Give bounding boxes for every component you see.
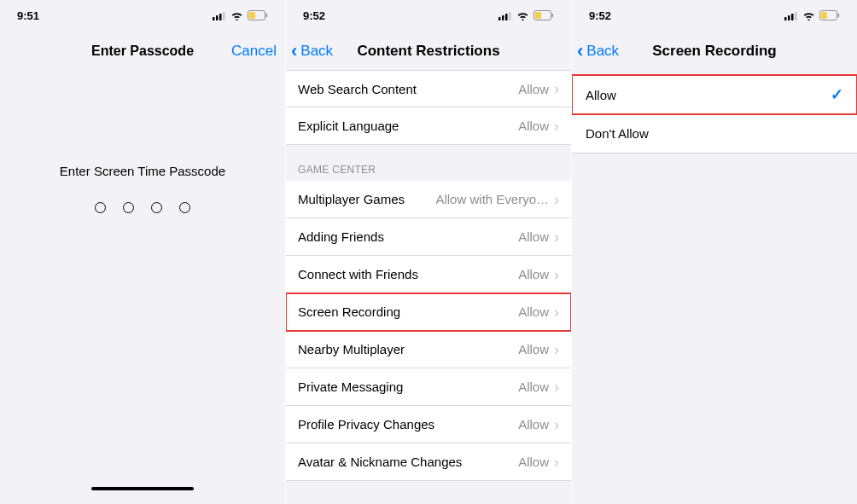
settings-row[interactable]: Private MessagingAllow› [286,368,571,406]
battery-icon [248,10,268,20]
settings-row[interactable]: Multiplayer GamesAllow with Everyo…› [286,181,571,218]
passcode-dot [151,202,162,213]
cellular-icon [213,11,226,20]
row-value: Allow [518,342,549,356]
passcode-prompt: Enter Screen Time Passcode [0,164,285,178]
passcode-dots[interactable] [0,202,285,213]
home-indicator[interactable] [91,487,194,490]
row-label: Multiplayer Games [298,192,428,206]
svg-rect-7 [498,17,501,20]
row-label: Web Search Content [298,82,511,96]
passcode-dot [95,202,106,213]
chevron-right-icon: › [554,342,559,357]
settings-row-screen-recording[interactable]: Screen RecordingAllow› [286,293,571,331]
row-label: Avatar & Nickname Changes [298,455,511,469]
settings-row[interactable]: Explicit LanguageAllow› [286,107,571,145]
phone-passcode-screen: 9:51 Enter Passcode Cancel Enter Screen … [0,0,285,504]
row-label: Connect with Friends [298,267,511,281]
back-label: Back [300,43,333,60]
status-right-icons [498,10,554,20]
phone-screen-recording: 9:52 ‹ Back Screen Recording Allow✓Don't… [572,0,857,504]
row-label: Nearby Multiplayer [298,342,511,356]
nav-bar: Enter Passcode Cancel [0,32,285,70]
svg-rect-13 [552,14,554,17]
row-label: Screen Recording [298,304,511,319]
cellular-icon [498,11,512,20]
status-time: 9:51 [17,9,39,22]
wifi-icon [230,11,243,20]
chevron-right-icon: › [554,229,559,245]
back-button[interactable]: ‹ Back [291,42,333,61]
checkmark-icon: ✓ [831,85,843,104]
settings-row[interactable]: Avatar & Nickname ChangesAllow› [286,443,571,481]
chevron-right-icon: › [554,304,559,320]
settings-row[interactable]: Web Search ContentAllow› [286,70,571,107]
option-row-allow[interactable]: Allow✓ [572,75,857,114]
chevron-right-icon: › [554,267,559,282]
chevron-right-icon: › [554,417,559,432]
chevron-right-icon: › [554,119,559,134]
back-label: Back [586,43,619,60]
row-value: Allow [518,82,549,96]
options-list: Allow✓Don't Allow [572,75,857,154]
status-bar: 9:52 [286,7,571,24]
back-button[interactable]: ‹ Back [577,42,619,61]
svg-rect-19 [821,12,827,19]
row-label: Profile Privacy Changes [298,417,511,432]
svg-rect-16 [791,14,794,20]
settings-row[interactable]: Adding FriendsAllow› [286,218,571,256]
settings-row[interactable]: Nearby MultiplayerAllow› [286,331,571,368]
settings-row[interactable]: Profile Privacy ChangesAllow› [286,406,571,443]
row-label: Don't Allow [586,126,843,141]
status-bar: 9:52 [572,7,857,24]
svg-rect-0 [213,17,215,20]
content-list: Web Search ContentAllow›Explicit Languag… [286,70,571,481]
svg-rect-12 [535,12,541,19]
passcode-dot [123,202,134,213]
svg-rect-14 [784,17,787,20]
battery-icon [533,10,554,20]
svg-rect-1 [216,15,219,20]
nav-bar: ‹ Back Screen Recording [572,32,857,70]
cellular-icon [784,11,798,20]
chevron-right-icon: › [554,455,559,470]
passcode-dot [179,202,190,213]
status-bar: 9:51 [0,7,285,24]
svg-rect-5 [249,12,255,19]
chevron-back-icon: ‹ [291,42,297,61]
row-value: Allow [518,417,549,432]
status-right-icons [213,10,268,20]
status-time: 9:52 [589,9,611,22]
row-value: Allow [518,267,549,281]
row-label: Allow [586,88,831,102]
svg-rect-20 [838,14,840,17]
chevron-right-icon: › [554,81,559,96]
row-value: Allow [518,229,549,244]
chevron-right-icon: › [554,379,559,395]
phone-content-restrictions: 9:52 ‹ Back Content Restrictions Web Sea… [286,0,571,504]
row-value: Allow with Everyo… [435,192,549,206]
row-value: Allow [518,304,549,319]
svg-rect-15 [788,15,790,20]
svg-rect-17 [795,12,797,20]
chevron-back-icon: ‹ [577,42,583,61]
row-label: Adding Friends [298,229,511,244]
status-right-icons [784,10,840,20]
svg-rect-6 [266,14,268,17]
nav-bar: ‹ Back Content Restrictions [286,32,571,70]
row-value: Allow [518,119,549,133]
svg-rect-9 [505,14,508,20]
row-value: Allow [518,455,549,469]
wifi-icon [516,11,529,20]
section-header-game-center: GAME CENTER [286,145,571,181]
passcode-body: Enter Screen Time Passcode [0,70,285,213]
chevron-right-icon: › [554,192,559,207]
wifi-icon [802,11,815,20]
settings-row[interactable]: Connect with FriendsAllow› [286,256,571,293]
svg-rect-3 [223,12,225,20]
svg-rect-2 [219,14,222,20]
svg-rect-10 [509,12,511,20]
battery-icon [819,10,840,20]
cancel-button[interactable]: Cancel [231,43,277,60]
option-row-dont-allow[interactable]: Don't Allow [572,114,857,154]
